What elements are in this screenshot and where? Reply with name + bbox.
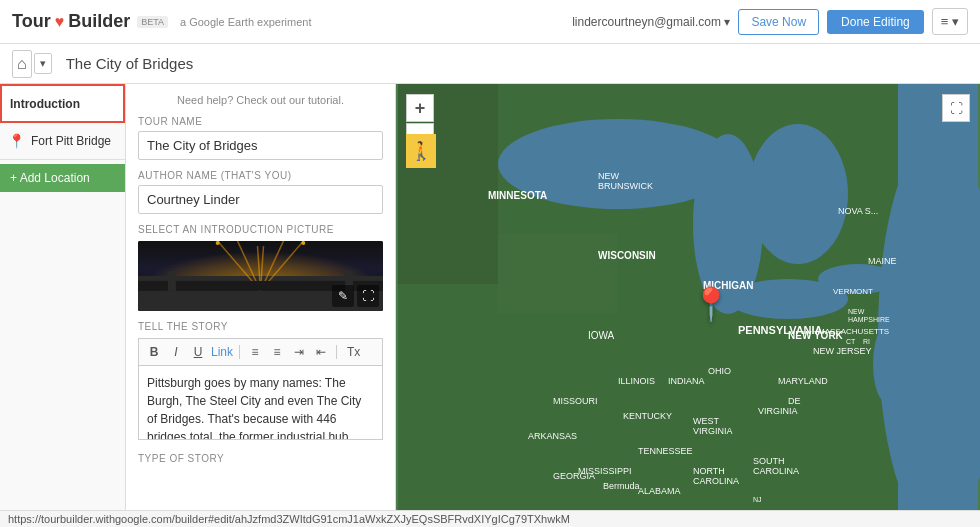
- logo-tour-text: Tour: [12, 11, 51, 32]
- svg-point-6: [216, 241, 220, 245]
- sidebar-location-label: Fort Pitt Bridge: [31, 134, 111, 148]
- svg-text:MASSACHUSETTS: MASSACHUSETTS: [818, 327, 889, 336]
- svg-text:MISSOURI: MISSOURI: [553, 396, 598, 406]
- location-pin-icon: 📍: [8, 133, 25, 149]
- sidebar-intro-label: Introduction: [10, 97, 80, 111]
- svg-rect-9: [168, 271, 176, 291]
- picture-section: SELECT AN INTRODUCTION PICTURE: [138, 224, 383, 311]
- story-label: TELL THE STORY: [138, 321, 383, 332]
- svg-text:DE: DE: [788, 396, 801, 406]
- story-section: TELL THE STORY B I U Link ≡ ≡ ⇥ ⇤ Tx: [138, 321, 383, 443]
- picture-preview: ✎ ⛶: [138, 241, 383, 311]
- save-button[interactable]: Save Now: [738, 9, 819, 35]
- header-left: Tour ♥ Builder BETA a Google Earth exper…: [12, 11, 311, 32]
- map-fullscreen-button[interactable]: ⛶: [942, 94, 970, 122]
- nav-home-button[interactable]: ⌂: [12, 50, 32, 78]
- logo-builder-text: Builder: [68, 11, 130, 32]
- svg-text:INDIANA: INDIANA: [668, 376, 705, 386]
- underline-button[interactable]: U: [189, 343, 207, 361]
- svg-text:NOVA S...: NOVA S...: [838, 206, 878, 216]
- italic-button[interactable]: I: [167, 343, 185, 361]
- author-label: AUTHOR NAME (THAT'S YOU): [138, 170, 383, 181]
- svg-rect-22: [498, 234, 618, 314]
- main-layout: Introduction 📍 Fort Pitt Bridge + Add Lo…: [0, 84, 980, 527]
- svg-text:CT: CT: [846, 338, 856, 345]
- svg-text:VIRGINIA: VIRGINIA: [758, 406, 798, 416]
- edit-picture-button[interactable]: ✎: [332, 285, 354, 307]
- outdent-button[interactable]: ⇤: [312, 343, 330, 361]
- svg-text:NJ: NJ: [753, 496, 762, 503]
- map-svg: MINNESOTA WISCONSIN MICHIGAN IOWA ILLINO…: [396, 84, 980, 527]
- nav-bar: ⌂ ▾ The City of Bridges: [0, 44, 980, 84]
- svg-text:IOWA: IOWA: [588, 330, 615, 341]
- svg-text:NEW JERSEY: NEW JERSEY: [813, 346, 872, 356]
- logo: Tour ♥ Builder BETA a Google Earth exper…: [12, 11, 311, 32]
- nav-arrow-button[interactable]: ▾: [34, 53, 52, 74]
- svg-point-15: [748, 124, 848, 264]
- bottom-url-bar: https://tourbuilder.withgoogle.com/build…: [0, 510, 980, 527]
- form-panel: Need help? Check out our tutorial. TOUR …: [126, 84, 396, 527]
- svg-text:ARKANSAS: ARKANSAS: [528, 431, 577, 441]
- fullscreen-picture-button[interactable]: ⛶: [357, 285, 379, 307]
- logo-subtitle: a Google Earth experiment: [180, 16, 311, 28]
- toolbar-separator-2: [336, 345, 337, 359]
- help-text: Need help? Check out our tutorial.: [138, 94, 383, 106]
- svg-point-7: [301, 241, 305, 245]
- ordered-list-button[interactable]: ≡: [268, 343, 286, 361]
- map-location-marker: 📍: [691, 285, 731, 323]
- toolbar-separator-1: [239, 345, 240, 359]
- story-toolbar: B I U Link ≡ ≡ ⇥ ⇤ Tx: [138, 338, 383, 365]
- svg-text:OHIO: OHIO: [708, 366, 731, 376]
- logo-beta-badge: BETA: [137, 16, 168, 28]
- svg-point-20: [873, 324, 903, 404]
- svg-text:MAINE: MAINE: [868, 256, 897, 266]
- svg-text:GEORGIA: GEORGIA: [553, 471, 595, 481]
- svg-text:MARYLAND: MARYLAND: [778, 376, 828, 386]
- svg-text:Bermuda: Bermuda: [603, 481, 640, 491]
- type-of-story-label: TYPE OF STORY: [138, 453, 383, 464]
- svg-text:ILLINOIS: ILLINOIS: [618, 376, 655, 386]
- author-input[interactable]: [138, 185, 383, 214]
- svg-text:RI: RI: [863, 338, 870, 345]
- sidebar: Introduction 📍 Fort Pitt Bridge + Add Lo…: [0, 84, 126, 527]
- indent-button[interactable]: ⇥: [290, 343, 308, 361]
- sidebar-item-introduction[interactable]: Introduction: [0, 84, 125, 123]
- unordered-list-button[interactable]: ≡: [246, 343, 264, 361]
- tour-name-input[interactable]: [138, 131, 383, 160]
- user-email: lindercourtneyn@gmail.com ▾: [572, 15, 730, 29]
- bold-button[interactable]: B: [145, 343, 163, 361]
- done-editing-button[interactable]: Done Editing: [827, 10, 924, 34]
- tour-name-label: TOUR NAME: [138, 116, 383, 127]
- picture-label: SELECT AN INTRODUCTION PICTURE: [138, 224, 383, 235]
- header: Tour ♥ Builder BETA a Google Earth exper…: [0, 0, 980, 44]
- sidebar-item-fort-pitt[interactable]: 📍 Fort Pitt Bridge: [0, 123, 125, 160]
- picture-overlay: ✎ ⛶: [332, 285, 379, 307]
- svg-text:TENNESSEE: TENNESSEE: [638, 446, 693, 456]
- header-right: lindercourtneyn@gmail.com ▾ Save Now Don…: [572, 8, 968, 35]
- svg-text:ALABAMA: ALABAMA: [638, 486, 681, 496]
- nav-title: The City of Bridges: [66, 55, 194, 72]
- story-textarea[interactable]: [138, 365, 383, 440]
- pegman-button[interactable]: 🚶: [406, 134, 436, 168]
- svg-text:KENTUCKY: KENTUCKY: [623, 411, 672, 421]
- svg-text:VERMONT: VERMONT: [833, 287, 873, 296]
- svg-text:MINNESOTA: MINNESOTA: [488, 190, 547, 201]
- link-button[interactable]: Link: [211, 345, 233, 359]
- add-location-button[interactable]: + Add Location: [0, 164, 125, 192]
- zoom-in-button[interactable]: +: [406, 94, 434, 122]
- logo-pin-icon: ♥: [55, 13, 65, 31]
- clear-format-button[interactable]: Tx: [343, 343, 364, 361]
- svg-text:WISCONSIN: WISCONSIN: [598, 250, 656, 261]
- menu-button[interactable]: ≡ ▾: [932, 8, 968, 35]
- map-container: MINNESOTA WISCONSIN MICHIGAN IOWA ILLINO…: [396, 84, 980, 527]
